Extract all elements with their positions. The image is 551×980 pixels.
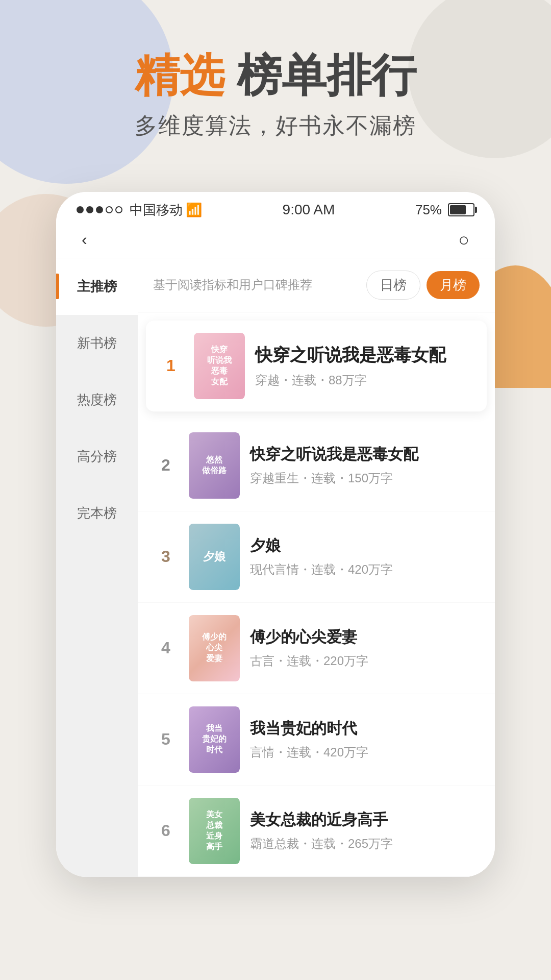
app-nav-bar: ‹ ○: [56, 224, 495, 258]
book-info-1: 快穿之听说我是恶毒女配 穿越・连载・88万字: [255, 344, 474, 388]
book-meta-2: 穿越重生・连载・150万字: [250, 470, 480, 486]
book-cover-image-2: 悠然做俗路: [189, 432, 240, 499]
book-meta-4: 古言・连载・220万字: [250, 653, 480, 669]
filter-tabs: 日榜 月榜: [366, 271, 480, 300]
book-rank-6: 6: [153, 821, 179, 840]
battery-percent: 75%: [415, 202, 442, 218]
battery-icon: [448, 203, 474, 216]
book-rank-2: 2: [153, 456, 179, 475]
book-title-6: 美女总裁的近身高手: [250, 810, 480, 830]
book-item-3[interactable]: 3 夕娘 夕娘 现代言情・连载・420万字: [138, 511, 495, 603]
main-content: 基于阅读指标和用户口碑推荐 日榜 月榜 1 快穿听: [138, 258, 495, 877]
sidebar-item-xinshu[interactable]: 新书榜: [56, 315, 138, 372]
book-cover-image-1: 快穿听说我恶毒女配: [194, 333, 245, 399]
book-cover-image-5: 我当贵妃的时代: [189, 706, 240, 773]
book-item-4[interactable]: 4 傅少的心尖爱妻 傅少的心尖爱妻 古言・连载・220万字: [138, 603, 495, 694]
book-list: 1 快穿听说我恶毒女配 快穿之听说我是恶毒女配 穿越・连载・88万字 2: [138, 321, 495, 877]
book-title-4: 傅少的心尖爱妻: [250, 627, 480, 648]
book-title-5: 我当贵妃的时代: [250, 718, 480, 739]
book-meta-1: 穿越・连载・88万字: [255, 372, 474, 388]
book-cover-2: 悠然做俗路: [189, 432, 240, 499]
book-item-2[interactable]: 2 悠然做俗路 快穿之听说我是恶毒女配 穿越重生・连载・150万字: [138, 420, 495, 511]
header-section: 精选 榜单排行 多维度算法，好书永不漏榜: [0, 0, 551, 172]
book-meta-6: 霸道总裁・连载・265万字: [250, 836, 480, 852]
carrier-name: 中国移动: [130, 201, 183, 219]
book-title-3: 夕娘: [250, 535, 480, 556]
content-area: 主推榜 新书榜 热度榜 高分榜 完本榜 基于阅读指标和用户口碑推荐: [56, 258, 495, 877]
sidebar-item-wanben[interactable]: 完本榜: [56, 485, 138, 542]
signal-dot-5: [115, 206, 122, 213]
book-cover-6: 美女总裁近身高手: [189, 798, 240, 864]
tab-daily[interactable]: 日榜: [366, 271, 420, 300]
filter-bar: 基于阅读指标和用户口碑推荐 日榜 月榜: [138, 258, 495, 312]
book-item-1[interactable]: 1 快穿听说我恶毒女配 快穿之听说我是恶毒女配 穿越・连载・88万字: [146, 321, 487, 412]
book-info-2: 快穿之听说我是恶毒女配 穿越重生・连载・150万字: [250, 444, 480, 486]
sidebar-item-gaofen[interactable]: 高分榜: [56, 428, 138, 485]
wifi-icon: 📶: [186, 202, 202, 218]
book-rank-3: 3: [153, 547, 179, 566]
book-meta-3: 现代言情・连载・420万字: [250, 561, 480, 578]
battery-fill: [450, 205, 466, 214]
book-info-5: 我当贵妃的时代 言情・连载・420万字: [250, 718, 480, 761]
phone-mockup: 中国移动 📶 9:00 AM 75% ‹ ○ 主推榜 新书榜: [56, 192, 495, 877]
page-title: 精选 榜单排行: [41, 51, 510, 101]
page-subtitle: 多维度算法，好书永不漏榜: [41, 111, 510, 141]
book-item-5[interactable]: 5 我当贵妃的时代 我当贵妃的时代 言情・连载・420万字: [138, 694, 495, 786]
signal-dot-4: [106, 206, 113, 213]
book-rank-4: 4: [153, 639, 179, 657]
signal-dot-3: [96, 206, 103, 213]
back-icon[interactable]: ‹: [82, 230, 87, 249]
book-cover-image-6: 美女总裁近身高手: [189, 798, 240, 864]
sidebar-item-redu[interactable]: 热度榜: [56, 372, 138, 428]
sidebar: 主推榜 新书榜 热度榜 高分榜 完本榜: [56, 258, 138, 877]
book-info-3: 夕娘 现代言情・连载・420万字: [250, 535, 480, 578]
book-item-6[interactable]: 6 美女总裁近身高手 美女总裁的近身高手 霸道总裁・连载・265万字: [138, 786, 495, 877]
status-bar: 中国移动 📶 9:00 AM 75%: [56, 192, 495, 224]
book-cover-4: 傅少的心尖爱妻: [189, 615, 240, 681]
book-title-2: 快穿之听说我是恶毒女配: [250, 444, 480, 465]
book-info-6: 美女总裁的近身高手 霸道总裁・连载・265万字: [250, 810, 480, 852]
signal-strength: [77, 206, 122, 213]
status-left: 中国移动 📶: [77, 201, 202, 219]
book-cover-image-4: 傅少的心尖爱妻: [189, 615, 240, 681]
book-cover-1: 快穿听说我恶毒女配: [194, 333, 245, 399]
book-cover-3: 夕娘: [189, 524, 240, 590]
book-title-1: 快穿之听说我是恶毒女配: [255, 344, 474, 367]
book-rank-5: 5: [153, 730, 179, 749]
tab-monthly[interactable]: 月榜: [427, 271, 480, 299]
title-dark: 榜单排行: [224, 50, 416, 101]
status-right: 75%: [415, 202, 474, 218]
book-meta-5: 言情・连载・420万字: [250, 744, 480, 761]
title-orange: 精选: [135, 50, 224, 101]
search-icon[interactable]: ○: [458, 229, 469, 251]
status-time: 9:00 AM: [283, 202, 335, 218]
book-cover-5: 我当贵妃的时代: [189, 706, 240, 773]
book-rank-1: 1: [158, 356, 184, 375]
battery-indicator: [448, 203, 474, 216]
book-info-4: 傅少的心尖爱妻 古言・连载・220万字: [250, 627, 480, 669]
book-cover-image-3: 夕娘: [189, 524, 240, 590]
signal-dot-1: [77, 206, 84, 213]
sidebar-item-zhutui[interactable]: 主推榜: [56, 258, 138, 315]
signal-dot-2: [86, 206, 93, 213]
filter-description: 基于阅读指标和用户口碑推荐: [153, 277, 312, 293]
